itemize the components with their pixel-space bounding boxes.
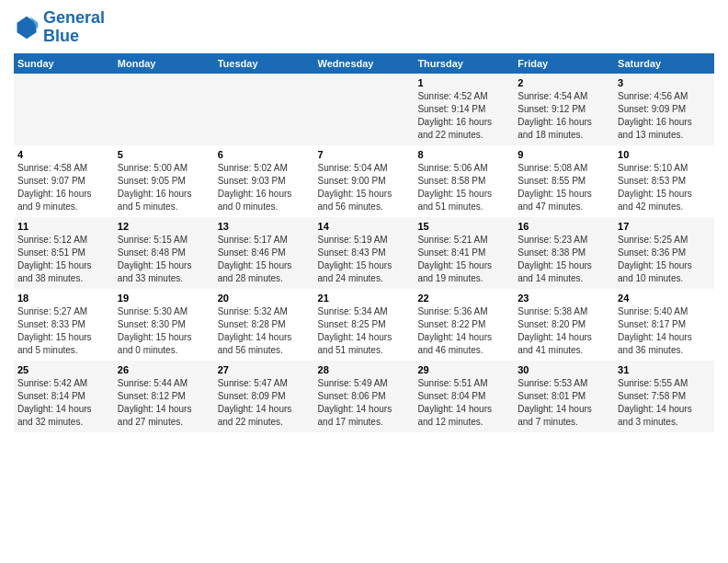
day-number: 19 xyxy=(118,293,210,304)
calendar-week-row: 1Sunrise: 4:52 AM Sunset: 9:14 PM Daylig… xyxy=(14,74,714,145)
day-number: 26 xyxy=(118,364,210,375)
day-number: 4 xyxy=(17,149,110,160)
day-info: Sunrise: 5:42 AM Sunset: 8:14 PM Dayligh… xyxy=(17,377,110,429)
calendar-cell: 30Sunrise: 5:53 AM Sunset: 8:01 PM Dayli… xyxy=(514,361,614,432)
day-number: 12 xyxy=(118,221,210,232)
day-number: 5 xyxy=(118,149,210,160)
weekday-header-friday: Friday xyxy=(514,53,614,74)
weekday-header-wednesday: Wednesday xyxy=(314,53,415,74)
calendar-week-row: 11Sunrise: 5:12 AM Sunset: 8:51 PM Dayli… xyxy=(14,217,714,289)
calendar-cell: 24Sunrise: 5:40 AM Sunset: 8:17 PM Dayli… xyxy=(614,289,714,361)
logo-icon xyxy=(14,15,40,40)
day-number: 28 xyxy=(318,364,411,375)
weekday-header-sunday: Sunday xyxy=(14,53,114,74)
calendar-cell: 23Sunrise: 5:38 AM Sunset: 8:20 PM Dayli… xyxy=(514,289,614,361)
calendar-cell: 19Sunrise: 5:30 AM Sunset: 8:30 PM Dayli… xyxy=(114,289,214,361)
calendar-cell: 20Sunrise: 5:32 AM Sunset: 8:28 PM Dayli… xyxy=(214,289,314,361)
day-info: Sunrise: 5:38 AM Sunset: 8:20 PM Dayligh… xyxy=(518,305,610,357)
calendar-cell: 17Sunrise: 5:25 AM Sunset: 8:36 PM Dayli… xyxy=(614,217,714,289)
day-info: Sunrise: 5:06 AM Sunset: 8:58 PM Dayligh… xyxy=(417,162,510,213)
calendar-cell: 11Sunrise: 5:12 AM Sunset: 8:51 PM Dayli… xyxy=(14,217,114,289)
day-number: 15 xyxy=(417,221,510,232)
calendar-cell: 5Sunrise: 5:00 AM Sunset: 9:05 PM Daylig… xyxy=(114,145,214,217)
calendar-cell: 10Sunrise: 5:10 AM Sunset: 8:53 PM Dayli… xyxy=(614,145,714,217)
weekday-header-saturday: Saturday xyxy=(614,53,714,74)
logo: General Blue xyxy=(14,9,105,46)
day-number: 6 xyxy=(218,149,311,160)
calendar-cell: 18Sunrise: 5:27 AM Sunset: 8:33 PM Dayli… xyxy=(14,289,114,361)
day-info: Sunrise: 4:54 AM Sunset: 9:12 PM Dayligh… xyxy=(518,90,610,142)
calendar-week-row: 4Sunrise: 4:58 AM Sunset: 9:07 PM Daylig… xyxy=(14,145,714,217)
calendar-table: SundayMondayTuesdayWednesdayThursdayFrid… xyxy=(14,53,714,432)
day-info: Sunrise: 5:23 AM Sunset: 8:38 PM Dayligh… xyxy=(518,234,610,285)
day-info: Sunrise: 5:47 AM Sunset: 8:09 PM Dayligh… xyxy=(218,377,311,429)
day-number: 8 xyxy=(417,149,510,160)
logo-text: General Blue xyxy=(43,9,105,46)
calendar-cell: 22Sunrise: 5:36 AM Sunset: 8:22 PM Dayli… xyxy=(414,289,514,361)
day-number: 29 xyxy=(417,364,510,375)
day-number: 2 xyxy=(518,77,610,88)
day-number: 25 xyxy=(17,364,110,375)
day-info: Sunrise: 5:19 AM Sunset: 8:43 PM Dayligh… xyxy=(318,234,411,285)
day-info: Sunrise: 5:36 AM Sunset: 8:22 PM Dayligh… xyxy=(417,305,510,357)
day-info: Sunrise: 5:25 AM Sunset: 8:36 PM Dayligh… xyxy=(618,234,711,285)
day-number: 9 xyxy=(518,149,610,160)
calendar-cell: 14Sunrise: 5:19 AM Sunset: 8:43 PM Dayli… xyxy=(314,217,415,289)
day-number: 3 xyxy=(618,77,711,88)
day-number: 30 xyxy=(518,364,610,375)
day-info: Sunrise: 5:27 AM Sunset: 8:33 PM Dayligh… xyxy=(17,305,110,357)
day-info: Sunrise: 5:30 AM Sunset: 8:30 PM Dayligh… xyxy=(118,305,210,357)
calendar-cell: 12Sunrise: 5:15 AM Sunset: 8:48 PM Dayli… xyxy=(114,217,214,289)
calendar-cell: 28Sunrise: 5:49 AM Sunset: 8:06 PM Dayli… xyxy=(314,361,415,432)
day-number: 13 xyxy=(218,221,311,232)
day-info: Sunrise: 4:52 AM Sunset: 9:14 PM Dayligh… xyxy=(417,90,510,142)
day-info: Sunrise: 5:04 AM Sunset: 9:00 PM Dayligh… xyxy=(318,162,411,213)
day-info: Sunrise: 5:40 AM Sunset: 8:17 PM Dayligh… xyxy=(618,305,711,357)
calendar-cell: 31Sunrise: 5:55 AM Sunset: 7:58 PM Dayli… xyxy=(614,361,714,432)
day-info: Sunrise: 5:51 AM Sunset: 8:04 PM Dayligh… xyxy=(417,377,510,429)
day-number: 1 xyxy=(417,77,510,88)
day-number: 18 xyxy=(17,293,110,304)
day-info: Sunrise: 5:12 AM Sunset: 8:51 PM Dayligh… xyxy=(17,234,110,285)
day-number: 11 xyxy=(17,221,110,232)
calendar-week-row: 25Sunrise: 5:42 AM Sunset: 8:14 PM Dayli… xyxy=(14,361,714,432)
day-info: Sunrise: 5:49 AM Sunset: 8:06 PM Dayligh… xyxy=(318,377,411,429)
day-number: 22 xyxy=(417,293,510,304)
day-info: Sunrise: 5:10 AM Sunset: 8:53 PM Dayligh… xyxy=(618,162,711,213)
day-number: 27 xyxy=(218,364,311,375)
day-number: 31 xyxy=(618,364,711,375)
day-info: Sunrise: 5:08 AM Sunset: 8:55 PM Dayligh… xyxy=(518,162,610,213)
day-number: 23 xyxy=(518,293,610,304)
weekday-header-tuesday: Tuesday xyxy=(214,53,314,74)
day-info: Sunrise: 5:15 AM Sunset: 8:48 PM Dayligh… xyxy=(118,234,210,285)
day-number: 14 xyxy=(318,221,411,232)
day-number: 16 xyxy=(518,221,610,232)
calendar-cell: 3Sunrise: 4:56 AM Sunset: 9:09 PM Daylig… xyxy=(614,74,714,145)
day-info: Sunrise: 4:58 AM Sunset: 9:07 PM Dayligh… xyxy=(17,162,110,213)
day-number: 7 xyxy=(318,149,411,160)
day-number: 10 xyxy=(618,149,711,160)
calendar-cell: 13Sunrise: 5:17 AM Sunset: 8:46 PM Dayli… xyxy=(214,217,314,289)
weekday-header-thursday: Thursday xyxy=(414,53,514,74)
day-info: Sunrise: 5:53 AM Sunset: 8:01 PM Dayligh… xyxy=(518,377,610,429)
day-info: Sunrise: 5:32 AM Sunset: 8:28 PM Dayligh… xyxy=(218,305,311,357)
day-number: 20 xyxy=(218,293,311,304)
calendar-cell: 8Sunrise: 5:06 AM Sunset: 8:58 PM Daylig… xyxy=(414,145,514,217)
calendar-cell: 16Sunrise: 5:23 AM Sunset: 8:38 PM Dayli… xyxy=(514,217,614,289)
day-info: Sunrise: 5:44 AM Sunset: 8:12 PM Dayligh… xyxy=(118,377,210,429)
calendar-cell: 27Sunrise: 5:47 AM Sunset: 8:09 PM Dayli… xyxy=(214,361,314,432)
calendar-cell: 9Sunrise: 5:08 AM Sunset: 8:55 PM Daylig… xyxy=(514,145,614,217)
calendar-cell: 1Sunrise: 4:52 AM Sunset: 9:14 PM Daylig… xyxy=(414,74,514,145)
day-number: 24 xyxy=(618,293,711,304)
day-info: Sunrise: 5:55 AM Sunset: 7:58 PM Dayligh… xyxy=(618,377,711,429)
calendar-cell: 29Sunrise: 5:51 AM Sunset: 8:04 PM Dayli… xyxy=(414,361,514,432)
day-info: Sunrise: 5:34 AM Sunset: 8:25 PM Dayligh… xyxy=(318,305,411,357)
day-info: Sunrise: 5:21 AM Sunset: 8:41 PM Dayligh… xyxy=(417,234,510,285)
day-info: Sunrise: 5:17 AM Sunset: 8:46 PM Dayligh… xyxy=(218,234,311,285)
page-header: General Blue xyxy=(14,9,714,46)
weekday-header-monday: Monday xyxy=(114,53,214,74)
calendar-cell: 4Sunrise: 4:58 AM Sunset: 9:07 PM Daylig… xyxy=(14,145,114,217)
calendar-cell xyxy=(14,74,114,145)
day-info: Sunrise: 4:56 AM Sunset: 9:09 PM Dayligh… xyxy=(618,90,711,142)
day-info: Sunrise: 5:00 AM Sunset: 9:05 PM Dayligh… xyxy=(118,162,210,213)
